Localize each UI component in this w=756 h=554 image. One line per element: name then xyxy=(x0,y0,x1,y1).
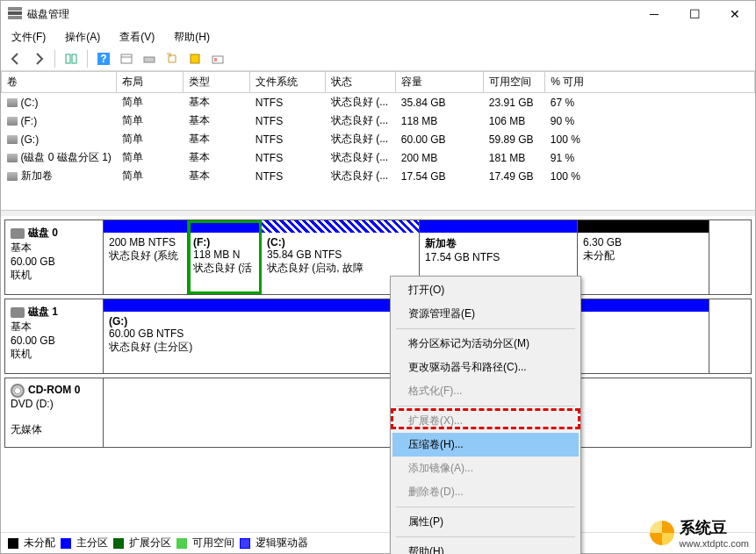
table-row[interactable]: (F:)简单基本NTFS状态良好 (...118 MB106 MB90 % xyxy=(2,112,755,130)
context-menu: 打开(O) 资源管理器(E) 将分区标记为活动分区(M) 更改驱动器号和路径(C… xyxy=(390,276,581,554)
legend-primary: 主分区 xyxy=(76,536,108,550)
minimize-button[interactable]: ─ xyxy=(634,1,674,27)
disk-row: 磁盘 1基本60.00 GB联机(G:)60.00 GB NTFS状态良好 (主… xyxy=(4,299,752,374)
legend: 未分配 主分区 扩展分区 可用空间 逻辑驱动器 xyxy=(1,532,755,553)
volume-table-area: 卷 布局 类型 文件系统 状态 容量 可用空间 % 可用 (C:)简单基本NTF… xyxy=(1,71,755,211)
ctx-open[interactable]: 打开(O) xyxy=(392,278,579,302)
col-volume[interactable]: 卷 xyxy=(2,72,117,93)
toolbar-btn-3[interactable] xyxy=(117,49,136,68)
toolbar-btn-5[interactable] xyxy=(162,49,182,68)
forward-button[interactable] xyxy=(29,49,48,68)
legend-extended: 扩展分区 xyxy=(129,536,171,550)
app-icon xyxy=(8,7,22,21)
svg-rect-0 xyxy=(66,54,70,63)
col-pctfree[interactable]: % 可用 xyxy=(545,72,755,93)
menubar: 文件(F) 操作(A) 查看(V) 帮助(H) xyxy=(1,27,755,47)
col-free[interactable]: 可用空间 xyxy=(484,72,545,93)
menu-help[interactable]: 帮助(H) xyxy=(169,28,215,47)
col-capacity[interactable]: 容量 xyxy=(396,72,484,93)
ctx-extend[interactable]: 扩展卷(X)... xyxy=(392,409,579,433)
svg-rect-7 xyxy=(191,54,199,63)
ctx-markactive[interactable]: 将分区标记为活动分区(M) xyxy=(392,332,579,356)
close-button[interactable]: ✕ xyxy=(715,1,755,27)
back-button[interactable] xyxy=(6,49,25,68)
col-type[interactable]: 类型 xyxy=(184,72,250,93)
disk-info[interactable]: 磁盘 0基本60.00 GB联机 xyxy=(5,220,104,294)
svg-rect-1 xyxy=(72,54,76,63)
toolbar: ? xyxy=(1,47,755,71)
col-layout[interactable]: 布局 xyxy=(117,72,184,93)
ctx-changeletter[interactable]: 更改驱动器号和路径(C)... xyxy=(392,356,579,379)
ctx-delete[interactable]: 删除卷(D)... xyxy=(392,480,579,504)
col-fs[interactable]: 文件系统 xyxy=(250,72,326,93)
disk-row: CD-ROM 0DVD (D:)无媒体 xyxy=(4,378,752,448)
toolbar-btn-7[interactable] xyxy=(208,49,227,68)
table-row[interactable]: (磁盘 0 磁盘分区 1)简单基本NTFS状态良好 (...200 MB181 … xyxy=(2,148,755,167)
table-row[interactable]: (G:)简单基本NTFS状态良好 (...60.00 GB59.89 GB100… xyxy=(2,130,755,148)
volume-table[interactable]: 卷 布局 类型 文件系统 状态 容量 可用空间 % 可用 (C:)简单基本NTF… xyxy=(1,71,755,185)
svg-rect-4 xyxy=(121,54,132,63)
disk-info[interactable]: CD-ROM 0DVD (D:)无媒体 xyxy=(5,378,104,447)
partition[interactable]: 200 MB NTFS状态良好 (系统 xyxy=(104,220,188,294)
content: 卷 布局 类型 文件系统 状态 容量 可用空间 % 可用 (C:)简单基本NTF… xyxy=(1,71,755,553)
disk-info[interactable]: 磁盘 1基本60.00 GB联机 xyxy=(5,299,104,373)
menu-action[interactable]: 操作(A) xyxy=(60,28,105,47)
svg-text:?: ? xyxy=(100,53,106,65)
partition[interactable]: (F:)118 MB N状态良好 (活 xyxy=(188,220,262,294)
legend-unalloc: 未分配 xyxy=(24,536,55,550)
table-row[interactable]: 新加卷简单基本NTFS状态良好 (...17.54 GB17.49 GB100 … xyxy=(2,167,755,185)
ctx-addmirror[interactable]: 添加镜像(A)... xyxy=(392,457,579,480)
ctx-shrink[interactable]: 压缩卷(H)... xyxy=(392,433,579,457)
watermark-brand: 系统豆 xyxy=(680,517,749,538)
svg-rect-9 xyxy=(214,58,217,61)
ctx-explorer[interactable]: 资源管理器(E) xyxy=(392,302,579,326)
menu-view[interactable]: 查看(V) xyxy=(114,28,160,47)
help-icon[interactable]: ? xyxy=(94,49,113,68)
window-title: 磁盘管理 xyxy=(27,7,634,22)
svg-rect-8 xyxy=(212,56,223,63)
titlebar: 磁盘管理 ─ ☐ ✕ xyxy=(1,1,755,27)
table-row[interactable]: (C:)简单基本NTFS状态良好 (...35.84 GB23.91 GB67 … xyxy=(2,93,755,112)
svg-rect-6 xyxy=(144,57,155,62)
ctx-format[interactable]: 格式化(F)... xyxy=(392,379,579,403)
watermark-url: www.xtdptc.com xyxy=(680,538,749,549)
maximize-button[interactable]: ☐ xyxy=(674,1,715,27)
disk-graph-area: 磁盘 0基本60.00 GB联机200 MB NTFS状态良好 (系统(F:)1… xyxy=(1,211,755,532)
legend-logical: 逻辑驱动器 xyxy=(256,536,308,550)
watermark-logo-icon xyxy=(650,521,674,545)
partition[interactable]: 6.30 GB未分配 xyxy=(578,220,709,294)
menu-file[interactable]: 文件(F) xyxy=(6,28,51,47)
col-status[interactable]: 状态 xyxy=(326,72,396,93)
legend-freespace: 可用空间 xyxy=(192,536,234,550)
toolbar-btn-4[interactable] xyxy=(140,49,159,68)
toolbar-btn-6[interactable] xyxy=(185,49,205,68)
ctx-help[interactable]: 帮助(H) xyxy=(392,540,579,554)
toolbar-btn-1[interactable] xyxy=(61,49,81,68)
ctx-properties[interactable]: 属性(P) xyxy=(392,510,579,534)
window: 磁盘管理 ─ ☐ ✕ 文件(F) 操作(A) 查看(V) 帮助(H) ? 卷 布 xyxy=(0,0,756,554)
watermark: 系统豆 www.xtdptc.com xyxy=(650,517,749,549)
disk-row: 磁盘 0基本60.00 GB联机200 MB NTFS状态良好 (系统(F:)1… xyxy=(4,219,752,295)
